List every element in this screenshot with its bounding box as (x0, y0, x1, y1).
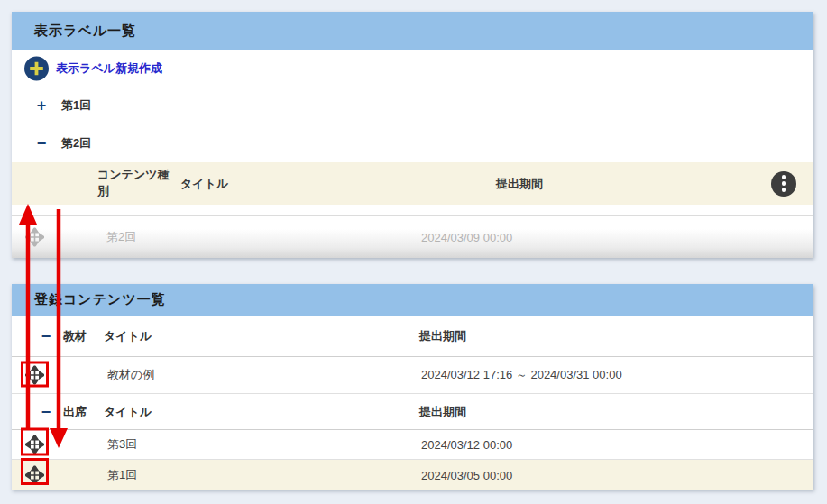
collapse-icon[interactable]: − (39, 405, 53, 419)
panel-title: 登録コンテンツ一覧 (34, 291, 166, 308)
move-icon[interactable] (25, 435, 44, 454)
content-row: 第3回 2024/03/12 00:00 (12, 430, 813, 460)
label-group-row: − 第2回 (12, 124, 813, 162)
label-group-name: 第1回 (61, 97, 91, 114)
content-title: 第3回 (107, 436, 137, 453)
drop-row-title: 第2回 (106, 229, 136, 245)
expand-icon[interactable]: + (34, 98, 49, 113)
drop-row-period: 2024/03/09 00:00 (421, 231, 512, 244)
content-period: 2024/03/05 00:00 (421, 468, 512, 481)
create-label-row: 表示ラベル新規作成 (12, 50, 813, 87)
panel-header: 登録コンテンツ一覧 (12, 284, 813, 316)
move-icon[interactable] (25, 465, 44, 484)
column-period: 提出期間 (496, 176, 543, 192)
panel-header: 表示ラベル一覧 (12, 12, 813, 50)
panel-title: 表示ラベル一覧 (34, 23, 136, 40)
drop-target-row: 第2回 2024/03/09 00:00 (12, 216, 813, 258)
section-header-kyozai: − 教材 タイトル 提出期間 (12, 316, 813, 357)
label-table-header: コンテンツ種別 タイトル 提出期間 (12, 162, 813, 205)
column-title: タイトル (104, 404, 152, 420)
content-period: 2024/03/12 00:00 (421, 438, 512, 452)
move-icon (25, 228, 44, 247)
content-row: 教材の例 2024/03/12 17:16 ～ 2024/03/31 00:00 (12, 357, 813, 394)
collapse-icon[interactable]: − (39, 329, 53, 344)
content-title: 教材の例 (107, 367, 154, 383)
collapse-icon[interactable]: − (34, 136, 49, 151)
column-title: タイトル (180, 176, 228, 192)
kebab-menu-icon[interactable] (771, 171, 796, 197)
column-title: タイトル (104, 328, 152, 344)
empty-row (12, 205, 813, 216)
section-header-shusseki: − 出席 タイトル 提出期間 (12, 394, 813, 430)
create-label-link[interactable]: 表示ラベル新規作成 (56, 60, 162, 77)
plus-glyph (24, 57, 49, 81)
move-icon[interactable] (25, 366, 44, 385)
column-content-type: コンテンツ種別 (97, 167, 171, 201)
section-category: 教材 (63, 328, 87, 344)
page: { "label_list": { "title": "表示ラベル一覧", "c… (0, 0, 827, 504)
add-icon[interactable] (24, 57, 49, 81)
content-period: 2024/03/12 17:16 ～ 2024/03/31 00:00 (421, 367, 622, 383)
registered-content-list-panel: 登録コンテンツ一覧 − 教材 タイトル 提出期間 教材の例 2024/03/12… (12, 284, 813, 490)
column-period: 提出期間 (419, 328, 466, 344)
label-group-name: 第2回 (61, 135, 91, 151)
content-title: 第1回 (107, 467, 137, 483)
display-label-list-panel: 表示ラベル一覧 表示ラベル新規作成 + 第1回 − 第2回 コンテンツ種別 タイ… (12, 12, 813, 258)
label-group-row: + 第1回 (12, 87, 813, 124)
content-row: 第1回 2024/03/05 00:00 (12, 460, 813, 490)
column-period: 提出期間 (419, 404, 466, 420)
section-category: 出席 (63, 404, 87, 420)
